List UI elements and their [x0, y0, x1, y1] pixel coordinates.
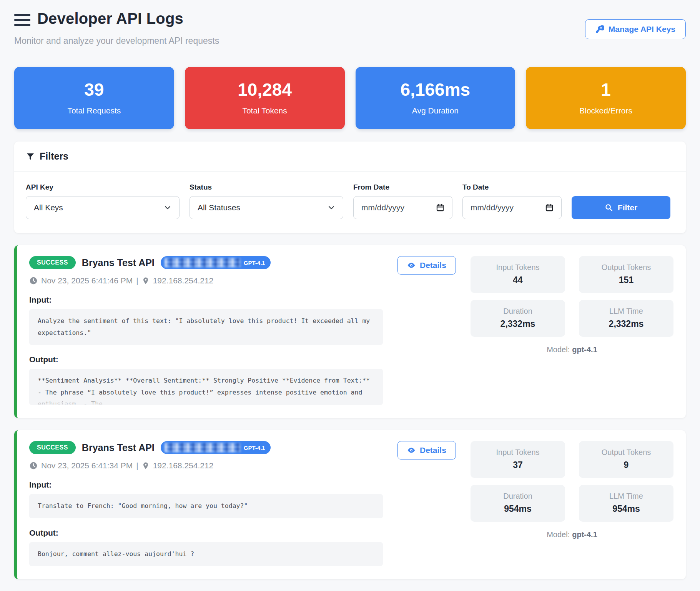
model-badge: GPT-4.1 — [244, 444, 265, 451]
log-timestamp: Nov 23, 2025 6:41:46 PM — [41, 276, 133, 285]
metric-value: 37 — [474, 460, 562, 470]
model-label: Model: — [547, 530, 570, 539]
to-date-label: To Date — [462, 183, 562, 191]
metric-label: Output Tokens — [582, 263, 670, 272]
stat-label: Total Requests — [18, 106, 170, 115]
input-text: Translate to French: "Good morning, how … — [29, 494, 383, 518]
metric-llm-time: LLM Time 954ms — [579, 485, 673, 522]
input-label: Input: — [29, 480, 383, 489]
metric-label: Duration — [474, 492, 562, 501]
filters-panel: Filters API Key All Keys Status All Stat… — [14, 142, 686, 233]
stat-card-total-requests: 39 Total Requests — [14, 67, 174, 129]
status-label: Status — [190, 183, 343, 191]
metric-value: 2,332ms — [582, 319, 670, 329]
clock-icon — [29, 276, 38, 285]
meta-separator: | — [136, 276, 138, 285]
from-date-input[interactable]: mm/dd/yyyy — [353, 196, 452, 219]
funnel-icon — [26, 152, 35, 161]
stat-card-total-tokens: 10,284 Total Tokens — [185, 67, 345, 129]
metric-value: 954ms — [582, 504, 670, 514]
page-header: Developer API Logs Monitor and analyze y… — [14, 10, 686, 46]
redacted-api-key — [165, 258, 241, 267]
api-key-select[interactable]: All Keys — [26, 196, 180, 219]
log-entry: SUCCESS Bryans Test API GPT-4.1 Nov 23, … — [14, 430, 686, 579]
page-subtitle: Monitor and analyze your development API… — [14, 36, 219, 46]
output-label: Output: — [29, 528, 383, 538]
input-text: Analyze the sentiment of this text: "I a… — [29, 309, 383, 345]
chevron-down-icon — [164, 204, 171, 211]
details-button[interactable]: Details — [397, 441, 456, 459]
eye-icon — [407, 261, 416, 270]
metric-label: Duration — [474, 307, 562, 316]
calendar-icon[interactable] — [436, 203, 444, 212]
output-text: Bonjour, comment allez-vous aujourd'hui … — [29, 542, 383, 566]
metric-value: 2,332ms — [474, 319, 562, 329]
metric-output-tokens: Output Tokens 9 — [579, 441, 673, 478]
location-pin-icon — [142, 461, 150, 470]
metric-input-tokens: Input Tokens 44 — [471, 256, 565, 293]
status-badge: SUCCESS — [29, 256, 76, 269]
status-select[interactable]: All Statuses — [190, 196, 343, 219]
metric-duration: Duration 954ms — [471, 485, 565, 522]
stat-value: 39 — [18, 79, 170, 100]
model-name: gpt-4.1 — [572, 345, 597, 354]
details-button-label: Details — [420, 446, 446, 455]
stat-value: 1 — [530, 79, 682, 100]
location-pin-icon — [142, 276, 150, 285]
page-title: Developer API Logs — [37, 10, 183, 27]
model-line: Model:gpt-4.1 — [471, 345, 673, 354]
metric-label: Input Tokens — [474, 448, 562, 457]
log-ip: 192.168.254.212 — [153, 461, 214, 470]
filters-title: Filters — [40, 151, 68, 162]
api-key-pill: GPT-4.1 — [161, 256, 271, 269]
log-ip: 192.168.254.212 — [153, 276, 214, 285]
stats-row: 39 Total Requests 10,284 Total Tokens 6,… — [14, 67, 686, 129]
metric-label: LLM Time — [582, 307, 670, 316]
metric-value: 954ms — [474, 504, 562, 514]
key-icon — [595, 25, 604, 33]
filter-button[interactable]: Filter — [572, 196, 670, 219]
chevron-down-icon — [328, 204, 335, 211]
metric-duration: Duration 2,332ms — [471, 300, 565, 337]
model-badge: GPT-4.1 — [244, 260, 265, 266]
status-badge: SUCCESS — [29, 441, 76, 454]
output-label: Output: — [29, 355, 383, 364]
log-meta: Nov 23, 2025 6:41:46 PM | 192.168.254.21… — [29, 276, 383, 285]
api-name: Bryans Test API — [82, 442, 155, 453]
to-date-input[interactable]: mm/dd/yyyy — [462, 196, 562, 219]
from-date-placeholder: mm/dd/yyyy — [361, 203, 404, 212]
stat-label: Blocked/Errors — [530, 106, 682, 115]
stat-value: 10,284 — [189, 79, 341, 100]
redacted-api-key — [165, 443, 241, 452]
model-line: Model:gpt-4.1 — [471, 530, 673, 539]
clock-icon — [29, 461, 38, 470]
api-name: Bryans Test API — [82, 257, 155, 268]
metric-llm-time: LLM Time 2,332ms — [579, 300, 673, 337]
details-button-label: Details — [420, 261, 446, 270]
api-logs-page: Developer API Logs Monitor and analyze y… — [0, 0, 700, 591]
search-icon — [605, 203, 613, 212]
log-entry: SUCCESS Bryans Test API GPT-4.1 Nov 23, … — [14, 245, 686, 418]
eye-icon — [407, 446, 416, 454]
metric-value: 151 — [582, 275, 670, 285]
stat-card-blocked-errors: 1 Blocked/Errors — [526, 67, 686, 129]
menu-icon[interactable] — [14, 12, 30, 26]
stat-label: Avg Duration — [359, 106, 512, 115]
manage-api-keys-button[interactable]: Manage API Keys — [585, 19, 686, 39]
metric-output-tokens: Output Tokens 151 — [579, 256, 673, 293]
filter-button-label: Filter — [618, 203, 637, 212]
metric-label: LLM Time — [582, 492, 670, 501]
api-key-selected-value: All Keys — [34, 203, 63, 212]
details-button[interactable]: Details — [397, 256, 456, 275]
log-meta: Nov 23, 2025 6:41:34 PM | 192.168.254.21… — [29, 461, 383, 470]
stat-value: 6,166ms — [359, 79, 512, 100]
api-key-label: API Key — [26, 183, 180, 191]
metric-label: Input Tokens — [474, 263, 562, 272]
to-date-placeholder: mm/dd/yyyy — [471, 203, 514, 212]
model-label: Model: — [547, 345, 570, 354]
api-key-pill: GPT-4.1 — [161, 441, 271, 454]
metric-label: Output Tokens — [582, 448, 670, 457]
input-label: Input: — [29, 295, 383, 305]
calendar-icon[interactable] — [545, 203, 554, 212]
from-date-label: From Date — [353, 183, 452, 191]
